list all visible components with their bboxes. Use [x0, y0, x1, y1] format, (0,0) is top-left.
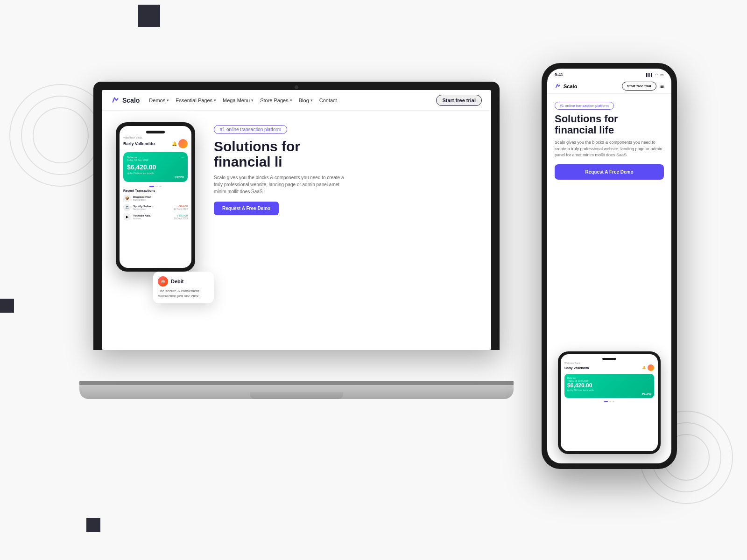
phone-notch [146, 131, 165, 133]
debit-description: The secure & convenient transaction just… [158, 288, 209, 299]
hamburger-icon[interactable]: ≡ [660, 83, 664, 90]
laptop-camera [295, 85, 298, 89]
phone-avatar [178, 139, 188, 148]
mini-user-name: Barly Vallendito [564, 366, 589, 370]
mini-dot-2 [609, 401, 611, 402]
site-hero: Welcome Back, Barly Vallendito 🔔 [102, 111, 491, 350]
transactions-title: Recent Transactions [123, 189, 188, 192]
mobile-hero-title: Solutions forfinancial life [555, 113, 664, 136]
mobile-logo-text: Scalo [564, 84, 577, 89]
nav-contact-label: Contact [319, 98, 337, 103]
mini-phone-screen: Welcome Back, Barly Vallendito 🔔 [561, 354, 658, 451]
nav-contact[interactable]: Contact [319, 98, 337, 103]
mini-balance-date: Today, 08 Sept 2019 [567, 379, 594, 382]
decor-square-2 [0, 299, 14, 313]
mini-phone-mockup: Welcome Back, Barly Vallendito 🔔 [558, 351, 661, 454]
mini-balance-change: up by 2% from last month [567, 389, 594, 392]
start-free-trial-button[interactable]: Start free trial [436, 95, 482, 106]
laptop-base-notch [250, 392, 343, 399]
mobile-device: 9:41 ▌▌▌ ◠ ▭ Scalo [542, 63, 677, 469]
dot-2 [155, 186, 158, 187]
decor-square-3 [86, 518, 100, 532]
dot-3 [159, 186, 162, 187]
signal-icon: ▌▌▌ [646, 73, 653, 77]
mobile-request-demo-button[interactable]: Request A Free Demo [555, 164, 664, 180]
tx-dropbox-info: Dropbox Plan Subscription [133, 196, 185, 201]
nav-mega-label: Mega Menu [223, 98, 250, 103]
laptop-device: Scalo Demos ▾ Essential Pages ▾ [93, 82, 500, 399]
mastercard-icon: ◎ [158, 276, 168, 287]
mobile-logo-icon [555, 83, 561, 90]
mini-avatar [648, 364, 654, 371]
phone-user-name: Barly Vallendito 🔔 [123, 139, 188, 148]
tx-youtube-info: Youtube Ads. Income [133, 214, 171, 220]
wifi-icon: ◠ [655, 73, 658, 77]
carousel-dots [123, 186, 188, 187]
balance-brand: PayPal [127, 175, 184, 178]
mini-balance-amount: $6,420.00 [567, 382, 594, 389]
mini-phone-notch [602, 358, 616, 360]
mini-dots [564, 401, 654, 402]
devices-wrapper: Scalo Demos ▾ Essential Pages ▾ [70, 63, 677, 506]
scalo-logo-icon [111, 96, 120, 105]
laptop-phone-screen: Welcome Back, Barly Vallendito 🔔 [120, 126, 191, 268]
nav-mega[interactable]: Mega Menu ▾ [223, 98, 254, 103]
hero-phone-area: Welcome Back, Barly Vallendito 🔔 [111, 120, 204, 341]
laptop-phone-mockup: Welcome Back, Barly Vallendito 🔔 [116, 122, 195, 272]
nav-blog-label: Blog [299, 98, 309, 103]
nav-demos[interactable]: Demos ▾ [149, 98, 169, 103]
mini-dot-3 [613, 401, 614, 402]
nav-blog[interactable]: Blog ▾ [299, 98, 313, 103]
balance-date: Today, 08 Sept 2019 [127, 159, 156, 161]
debit-header: ◎ Debit [158, 276, 209, 287]
site-nav: Scalo Demos ▾ Essential Pages ▾ [102, 90, 491, 111]
nav-store-label: Store Pages [260, 98, 289, 103]
nav-store[interactable]: Store Pages ▾ [260, 98, 292, 103]
mobile-start-trial-button[interactable]: Start free trial [622, 82, 656, 91]
mini-dot-active [604, 401, 608, 402]
site-logo: Scalo [111, 96, 140, 105]
mini-user-row: Barly Vallendito 🔔 [564, 364, 654, 371]
nav-essential[interactable]: Essential Pages ▾ [176, 98, 216, 103]
nav-items: Demos ▾ Essential Pages ▾ Mega Menu ▾ [149, 98, 436, 103]
mobile-hero: #1 online transaction platform Solutions… [547, 94, 671, 186]
chevron-down-icon: ▾ [167, 98, 169, 103]
mobile-hero-description: Scalo gives you the blocks & components … [555, 140, 664, 159]
spotify-icon: 🎵 [123, 204, 131, 211]
mobile-screen: 9:41 ▌▌▌ ◠ ▭ Scalo [547, 69, 671, 463]
laptop-base [79, 385, 514, 399]
youtube-icon: ▶ [123, 213, 131, 221]
battery-icon: ▭ [660, 73, 664, 77]
chevron-down-icon-3: ▾ [251, 98, 254, 103]
tx-spotify-info: Spotify Subscr. Subscription [133, 205, 171, 210]
hero-title: Solutions forfinancial li [214, 139, 482, 169]
badge-pill: #1 online transaction platform [214, 125, 287, 134]
mini-brand: PayPal [567, 392, 651, 395]
mini-balance-card: Balance Today, 08 Sept 2019 $6,420.00 up… [564, 374, 654, 398]
mobile-time: 9:41 [555, 72, 563, 77]
request-demo-button[interactable]: Request A Free Demo [214, 202, 279, 215]
balance-card: Balance Today, 08 Sept 2019 $6,420.00 up… [123, 152, 188, 182]
decor-square-1 [138, 5, 160, 27]
mobile-status-icons: ▌▌▌ ◠ ▭ [646, 73, 664, 77]
chevron-down-icon-2: ▾ [214, 98, 216, 103]
mobile-nav: Scalo Start free trial ≡ [547, 79, 671, 94]
nav-essential-label: Essential Pages [176, 98, 212, 103]
chevron-down-icon-5: ▾ [310, 98, 313, 103]
debit-popup: ◎ Debit The secure & convenient transact… [153, 272, 214, 303]
laptop-screen-outer: Scalo Demos ▾ Essential Pages ▾ [93, 82, 500, 350]
debit-title: Debit [171, 279, 184, 284]
balance-change: up by 2% from last month [127, 172, 156, 175]
dropbox-icon: 📦 [123, 195, 131, 202]
logo-text: Scalo [122, 97, 140, 104]
table-row: ▶ Youtube Ads. Income + $32.00 10 Sept 2… [123, 213, 188, 221]
mobile-badge: #1 online transaction platform [555, 102, 614, 110]
balance-amount: $6,420.00 [127, 163, 156, 171]
nav-demos-label: Demos [149, 98, 165, 103]
mobile-nav-right: Start free trial ≡ [622, 82, 664, 91]
chevron-down-icon-4: ▾ [290, 98, 292, 103]
table-row: 📦 Dropbox Plan Subscription [123, 195, 188, 202]
laptop-hinge [79, 381, 514, 385]
page-container: Scalo Demos ▾ Essential Pages ▾ [0, 0, 747, 560]
hero-description: Scalo gives you the blocks & components … [214, 174, 345, 195]
